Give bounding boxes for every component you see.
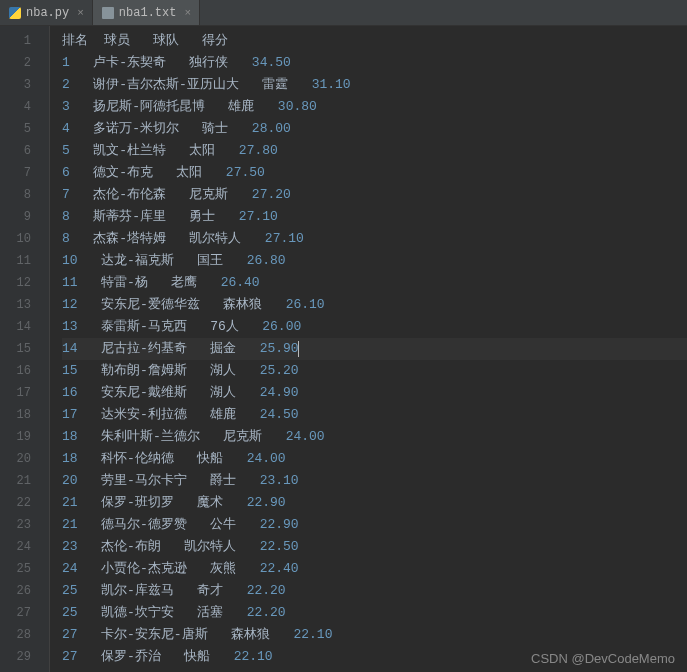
code-line[interactable]: 25 凯尔-库兹马 奇才 22.20 <box>62 580 687 602</box>
code-line[interactable]: 18 朱利叶斯-兰德尔 尼克斯 24.00 <box>62 426 687 448</box>
text-file-icon <box>101 6 115 20</box>
editor-area: 1234567891011121314151617181920212223242… <box>0 26 687 672</box>
line-number: 20 <box>0 448 49 470</box>
code-line[interactable]: 27 卡尔-安东尼-唐斯 森林狼 22.10 <box>62 624 687 646</box>
code-line[interactable]: 8 斯蒂芬-库里 勇士 27.10 <box>62 206 687 228</box>
line-number: 10 <box>0 228 49 250</box>
line-number: 3 <box>0 74 49 96</box>
line-number: 18 <box>0 404 49 426</box>
code-line[interactable]: 21 保罗-班切罗 魔术 22.90 <box>62 492 687 514</box>
line-number: 8 <box>0 184 49 206</box>
editor-tabs: nba.py×nba1.txt× <box>0 0 687 26</box>
code-line[interactable]: 4 多诺万-米切尔 骑士 28.00 <box>62 118 687 140</box>
line-number: 6 <box>0 140 49 162</box>
code-line[interactable]: 12 安东尼-爱德华兹 森林狼 26.10 <box>62 294 687 316</box>
line-number: 15 <box>0 338 49 360</box>
line-number: 11 <box>0 250 49 272</box>
line-number: 4 <box>0 96 49 118</box>
line-number: 14 <box>0 316 49 338</box>
line-number: 28 <box>0 624 49 646</box>
line-number: 17 <box>0 382 49 404</box>
tab-label: nba1.txt <box>119 6 177 20</box>
code-line[interactable]: 3 扬尼斯-阿德托昆博 雄鹿 30.80 <box>62 96 687 118</box>
python-file-icon <box>8 6 22 20</box>
code-line[interactable]: 排名 球员 球队 得分 <box>62 30 687 52</box>
code-line[interactable]: 10 达龙-福克斯 国王 26.80 <box>62 250 687 272</box>
line-number: 23 <box>0 514 49 536</box>
line-number: 13 <box>0 294 49 316</box>
code-line[interactable]: 25 凯德-坎宁安 活塞 22.20 <box>62 602 687 624</box>
code-line[interactable]: 13 泰雷斯-马克西 76人 26.00 <box>62 316 687 338</box>
line-number: 29 <box>0 646 49 668</box>
text-caret <box>298 341 299 357</box>
line-number: 27 <box>0 602 49 624</box>
code-line[interactable]: 11 特雷-杨 老鹰 26.40 <box>62 272 687 294</box>
code-line[interactable]: 20 劳里-马尔卡宁 爵士 23.10 <box>62 470 687 492</box>
line-number: 2 <box>0 52 49 74</box>
code-line[interactable]: 23 杰伦-布朗 凯尔特人 22.50 <box>62 536 687 558</box>
line-gutter: 1234567891011121314151617181920212223242… <box>0 26 50 672</box>
line-number: 9 <box>0 206 49 228</box>
line-number: 1 <box>0 30 49 52</box>
code-line[interactable]: 1 卢卡-东契奇 独行侠 34.50 <box>62 52 687 74</box>
close-icon[interactable]: × <box>184 7 191 19</box>
code-line[interactable]: 17 达米安-利拉德 雄鹿 24.50 <box>62 404 687 426</box>
line-number: 7 <box>0 162 49 184</box>
tab-label: nba.py <box>26 6 69 20</box>
close-icon[interactable]: × <box>77 7 84 19</box>
code-line[interactable]: 2 谢伊-吉尔杰斯-亚历山大 雷霆 31.10 <box>62 74 687 96</box>
line-number: 21 <box>0 470 49 492</box>
line-number: 16 <box>0 360 49 382</box>
code-line[interactable]: 15 勒布朗-詹姆斯 湖人 25.20 <box>62 360 687 382</box>
line-number: 26 <box>0 580 49 602</box>
code-line[interactable]: 14 尼古拉-约基奇 掘金 25.90 <box>62 338 687 360</box>
code-line[interactable]: 8 杰森-塔特姆 凯尔特人 27.10 <box>62 228 687 250</box>
line-number: 12 <box>0 272 49 294</box>
tab-nba-py[interactable]: nba.py× <box>0 0 93 25</box>
tab-nba1-txt[interactable]: nba1.txt× <box>93 0 200 25</box>
code-line[interactable]: 21 德马尔-德罗赞 公牛 22.90 <box>62 514 687 536</box>
code-line[interactable]: 6 德文-布克 太阳 27.50 <box>62 162 687 184</box>
code-line[interactable]: 7 杰伦-布伦森 尼克斯 27.20 <box>62 184 687 206</box>
code-line[interactable]: 24 小贾伦-杰克逊 灰熊 22.40 <box>62 558 687 580</box>
watermark-text: CSDN @DevCodeMemo <box>531 651 675 666</box>
line-number: 22 <box>0 492 49 514</box>
line-number: 24 <box>0 536 49 558</box>
code-line[interactable]: 5 凯文-杜兰特 太阳 27.80 <box>62 140 687 162</box>
code-line[interactable]: 18 科怀-伦纳德 快船 24.00 <box>62 448 687 470</box>
code-line[interactable]: 16 安东尼-戴维斯 湖人 24.90 <box>62 382 687 404</box>
line-number: 19 <box>0 426 49 448</box>
line-number: 5 <box>0 118 49 140</box>
line-number: 25 <box>0 558 49 580</box>
editor-content[interactable]: 排名 球员 球队 得分1 卢卡-东契奇 独行侠 34.502 谢伊-吉尔杰斯-亚… <box>50 26 687 672</box>
